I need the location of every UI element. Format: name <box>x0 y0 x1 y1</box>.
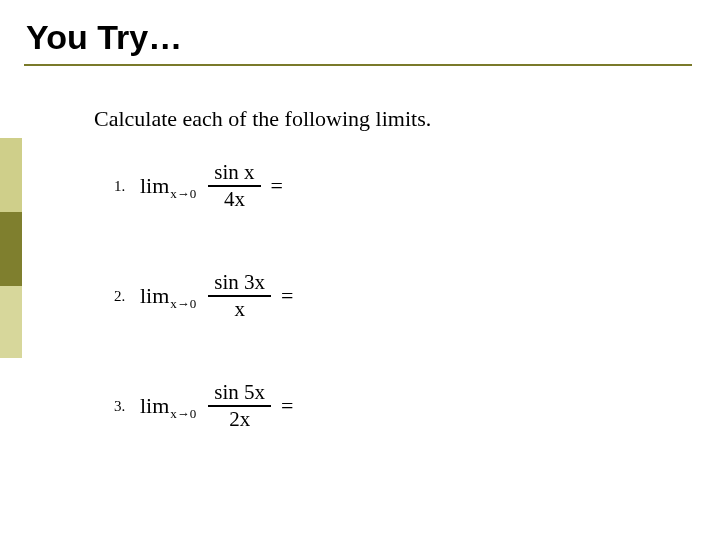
limit-expression: lim x→0 sin x 4x = <box>140 161 283 211</box>
problem-number: 1. <box>114 178 140 195</box>
limit-word: lim <box>140 173 169 199</box>
equals-sign: = <box>281 283 293 309</box>
limit-word: lim <box>140 393 169 419</box>
sidebar-block <box>0 212 22 286</box>
problem-list: 1. lim x→0 sin x 4x = 2. lim x→0 sin 3x <box>114 158 294 488</box>
limit-subscript: x→0 <box>170 406 196 422</box>
limit-expression: lim x→0 sin 3x x = <box>140 271 294 321</box>
numerator: sin x <box>208 161 260 184</box>
denominator: x <box>228 298 251 321</box>
slide: You Try… Calculate each of the following… <box>0 0 720 540</box>
sidebar-block <box>0 138 22 212</box>
problem-item: 1. lim x→0 sin x 4x = <box>114 158 294 214</box>
problem-item: 3. lim x→0 sin 5x 2x = <box>114 378 294 434</box>
limit-subscript: x→0 <box>170 296 196 312</box>
problem-item: 2. lim x→0 sin 3x x = <box>114 268 294 324</box>
equals-sign: = <box>271 173 283 199</box>
problem-number: 3. <box>114 398 140 415</box>
problem-number: 2. <box>114 288 140 305</box>
denominator: 2x <box>223 408 256 431</box>
sidebar-block <box>0 286 22 358</box>
fraction: sin 3x x <box>208 271 271 321</box>
instruction-text: Calculate each of the following limits. <box>94 106 431 132</box>
limit-word: lim <box>140 283 169 309</box>
limit-subscript: x→0 <box>170 186 196 202</box>
denominator: 4x <box>218 188 251 211</box>
numerator: sin 5x <box>208 381 271 404</box>
numerator: sin 3x <box>208 271 271 294</box>
fraction: sin x 4x <box>208 161 260 211</box>
fraction: sin 5x 2x <box>208 381 271 431</box>
decorative-sidebar <box>0 138 22 358</box>
limit-expression: lim x→0 sin 5x 2x = <box>140 381 294 431</box>
title-underline <box>24 64 692 66</box>
slide-title: You Try… <box>26 18 182 57</box>
equals-sign: = <box>281 393 293 419</box>
